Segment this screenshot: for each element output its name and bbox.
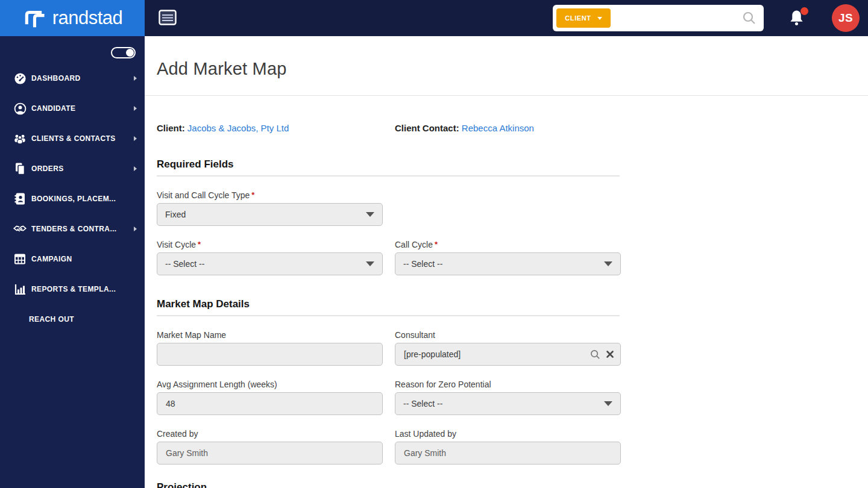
chevron-right-icon <box>134 166 137 171</box>
search-icon[interactable] <box>742 11 756 25</box>
randstad-logo[interactable]: randstad <box>0 0 145 36</box>
topbar: randstad CLIENT <box>0 0 868 36</box>
chevron-right-icon <box>134 136 137 141</box>
clients-contacts-icon <box>13 132 27 145</box>
search-category-label: CLIENT <box>565 14 591 22</box>
global-search: CLIENT <box>553 5 764 31</box>
sidebar-item-reports-templates[interactable]: REPORTS & TEMPLA... <box>0 274 145 304</box>
sidebar-item-label: REPORTS & TEMPLA... <box>31 285 116 293</box>
chevron-right-icon <box>134 106 137 111</box>
sidebar-item-label: TENDERS & CONTRA... <box>31 225 117 233</box>
sidebar-item-label: REACH OUT <box>29 315 74 324</box>
created-by-label: Created by <box>157 429 383 439</box>
caret-down-icon <box>597 17 602 20</box>
randstad-symbol-icon <box>22 7 45 30</box>
select-value: -- Select -- <box>165 259 204 269</box>
reports-templates-icon <box>13 283 27 296</box>
last-updated-by-label: Last Updated by <box>395 429 621 439</box>
visit-call-cycle-type-select[interactable]: Fixed <box>157 203 383 226</box>
required-asterisk: * <box>198 240 201 249</box>
created-by-field: Created by <box>157 429 383 465</box>
sidebar-nav: DASHBOARD CANDIDATE CLIENTS & CONTACTS <box>0 36 145 488</box>
user-avatar[interactable]: JS <box>832 4 860 32</box>
visit-cycle-label: Visit Cycle* <box>157 240 383 249</box>
sidebar-item-label: BOOKINGS, PLACEM... <box>31 195 116 203</box>
avatar-initials: JS <box>838 11 853 25</box>
caret-down-icon <box>366 212 374 217</box>
candidate-icon <box>13 102 27 115</box>
consultant-input[interactable] <box>395 343 621 366</box>
dashboard-icon <box>13 72 27 85</box>
market-map-name-input[interactable] <box>157 343 383 366</box>
sidebar-toggle-switch[interactable] <box>111 47 136 58</box>
sidebar-item-label: CLIENTS & CONTACTS <box>31 134 116 143</box>
client-field: Client: Jacobs & Jacobs, Pty Ltd <box>157 123 383 133</box>
consultant-clear-icon[interactable] <box>606 351 614 358</box>
avg-assignment-length-input[interactable] <box>157 392 383 415</box>
notifications-bell-icon[interactable] <box>788 8 807 28</box>
client-link[interactable]: Jacobs & Jacobs, Pty Ltd <box>187 123 289 133</box>
required-asterisk: * <box>435 240 438 249</box>
global-search-input[interactable] <box>611 13 742 23</box>
title-divider <box>145 95 868 96</box>
bookings-placements-icon <box>13 192 27 205</box>
reason-zero-potential-select[interactable]: -- Select -- <box>395 392 621 415</box>
client-contact-label: Client Contact: <box>395 123 459 133</box>
last-updated-by-input <box>395 442 621 465</box>
call-cycle-select[interactable]: -- Select -- <box>395 252 621 275</box>
sidebar-item-label: ORDERS <box>31 164 64 173</box>
sidebar-item-label: CAMPAIGN <box>31 255 72 263</box>
page-title: Add Market Map <box>157 59 856 79</box>
sidebar-item-campaign[interactable]: CAMPAIGN <box>0 244 145 274</box>
avg-assignment-length-field: Avg Assignment Length (weeks) <box>157 380 383 415</box>
select-value: Fixed <box>165 210 186 219</box>
visit-call-cycle-type-label: Visit and Call Cycle Type* <box>157 190 383 200</box>
sidebar-item-clients-contacts[interactable]: CLIENTS & CONTACTS <box>0 124 145 154</box>
campaign-icon <box>13 252 27 266</box>
created-by-input <box>157 442 383 465</box>
consultant-lookup-icon[interactable] <box>590 349 600 360</box>
sidebar-item-label: CANDIDATE <box>31 104 75 113</box>
required-asterisk: * <box>251 190 254 199</box>
last-updated-by-field: Last Updated by <box>395 429 621 465</box>
caret-down-icon <box>366 261 374 266</box>
market-map-name-field: Market Map Name <box>157 330 383 366</box>
reason-zero-potential-field: Reason for Zero Potential -- Select -- <box>395 380 621 415</box>
consultant-label: Consultant <box>395 330 621 340</box>
visit-cycle-field: Visit Cycle* -- Select -- <box>157 240 383 275</box>
client-label: Client: <box>157 123 185 133</box>
sidebar-item-bookings-placements[interactable]: BOOKINGS, PLACEM... <box>0 184 145 214</box>
call-cycle-field: Call Cycle* -- Select -- <box>395 240 621 275</box>
consultant-field: Consultant <box>395 330 621 366</box>
projection-heading: Projection <box>157 481 620 488</box>
sidebar-item-candidate[interactable]: CANDIDATE <box>0 93 145 124</box>
client-summary-row: Client: Jacobs & Jacobs, Pty Ltd Client … <box>157 123 856 133</box>
sidebar-item-reach-out[interactable]: REACH OUT <box>0 304 145 334</box>
visit-cycle-select[interactable]: -- Select -- <box>157 252 383 275</box>
notification-badge <box>800 7 808 15</box>
visit-call-cycle-type-field: Visit and Call Cycle Type* Fixed <box>157 190 383 226</box>
client-contact-link[interactable]: Rebecca Atkinson <box>462 123 534 133</box>
sidebar-item-label: DASHBOARD <box>31 74 81 83</box>
caret-down-icon <box>604 261 612 266</box>
tenders-contracts-icon <box>13 222 27 236</box>
notes-icon[interactable] <box>159 10 178 27</box>
reason-zero-potential-label: Reason for Zero Potential <box>395 380 621 389</box>
select-value: -- Select -- <box>403 259 442 269</box>
select-value: -- Select -- <box>403 399 442 408</box>
sidebar-item-tenders-contracts[interactable]: TENDERS & CONTRA... <box>0 214 145 244</box>
required-fields-heading: Required Fields <box>157 158 620 177</box>
toggle-knob <box>126 49 134 57</box>
chevron-right-icon <box>134 227 137 231</box>
sidebar-item-orders[interactable]: ORDERS <box>0 154 145 184</box>
sidebar-item-dashboard[interactable]: DASHBOARD <box>0 63 145 93</box>
market-map-name-label: Market Map Name <box>157 330 383 340</box>
client-contact-field: Client Contact: Rebecca Atkinson <box>395 123 856 133</box>
caret-down-icon <box>604 401 612 406</box>
search-category-button[interactable]: CLIENT <box>556 8 611 28</box>
orders-icon <box>13 162 27 175</box>
market-map-details-heading: Market Map Details <box>157 298 620 316</box>
logo-text: randstad <box>52 7 123 29</box>
call-cycle-label: Call Cycle* <box>395 240 621 249</box>
chevron-right-icon <box>134 76 137 81</box>
